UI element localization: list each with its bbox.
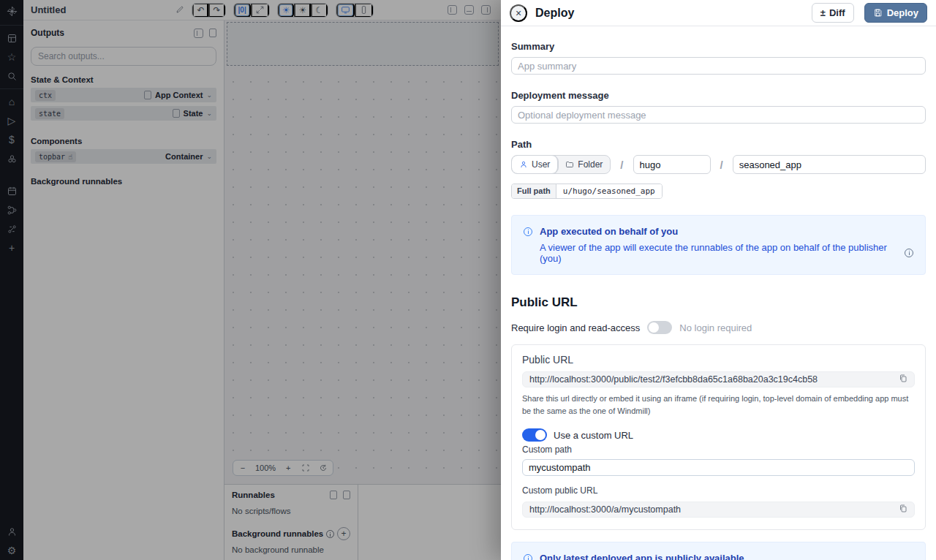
latest-deploy-infobox: Only latest deployed app is publicly ava… bbox=[511, 542, 926, 560]
public-url-field: http://localhost:3000/public/test2/f3efc… bbox=[522, 371, 915, 387]
summary-label: Summary bbox=[511, 41, 926, 52]
close-icon[interactable]: × bbox=[510, 4, 527, 22]
deployment-message-input[interactable] bbox=[511, 106, 926, 124]
custom-public-url-field: http://localhost:3000/a/mycustompath bbox=[522, 502, 915, 518]
folder-icon bbox=[565, 160, 574, 169]
full-path-badge: Full path u/hugo/seasoned_app bbox=[511, 183, 663, 199]
deployment-message-label: Deployment message bbox=[511, 90, 926, 101]
public-url-heading: Public URL bbox=[511, 295, 926, 310]
custom-public-url-label: Custom public URL bbox=[522, 485, 915, 496]
require-login-label: Require login and read-access bbox=[511, 322, 640, 333]
path-separator: / bbox=[720, 159, 723, 171]
drawer-title: Deploy bbox=[535, 7, 574, 20]
user-icon bbox=[519, 160, 528, 169]
plus-minus-icon: ± bbox=[820, 7, 826, 18]
full-path-value: u/hugo/seasoned_app bbox=[556, 184, 662, 198]
deploy-drawer: × Deploy ±Diff Deploy Summary Deployment… bbox=[501, 0, 936, 560]
custom-url-toggle[interactable] bbox=[522, 428, 547, 442]
custom-path-label: Custom path bbox=[522, 444, 915, 455]
share-hint-text: Share this url directly or embed it usin… bbox=[522, 393, 915, 417]
custom-url-toggle-label: Use a custom URL bbox=[554, 430, 633, 441]
custom-public-url-value: http://localhost:3000/a/mycustompath bbox=[529, 504, 899, 515]
public-url-value: http://localhost:3000/public/test2/f3efc… bbox=[529, 374, 899, 385]
custom-path-input[interactable] bbox=[522, 459, 915, 476]
public-url-label: Public URL bbox=[522, 354, 915, 366]
deploy-button[interactable]: Deploy bbox=[864, 3, 927, 23]
drawer-backdrop[interactable] bbox=[0, 0, 501, 560]
app-window: ☆ ⌂ ▷ $ + ⚙ Untitled bbox=[0, 0, 936, 560]
summary-input[interactable] bbox=[511, 57, 926, 75]
executed-on-behalf-infobox: App executed on behalf of you A viewer o… bbox=[511, 215, 926, 275]
path-owner-input[interactable] bbox=[633, 155, 711, 174]
full-path-label: Full path bbox=[512, 184, 556, 198]
owner-kind-folder[interactable]: Folder bbox=[558, 156, 610, 173]
copy-icon[interactable] bbox=[899, 504, 907, 515]
infobox-title: App executed on behalf of you bbox=[540, 226, 913, 237]
path-label: Path bbox=[511, 139, 926, 150]
deploy-drawer-header: × Deploy ±Diff Deploy bbox=[501, 0, 936, 26]
copy-icon[interactable] bbox=[899, 374, 907, 385]
info-icon[interactable] bbox=[905, 249, 913, 257]
require-login-toggle[interactable] bbox=[647, 321, 672, 334]
diff-button[interactable]: ±Diff bbox=[812, 3, 854, 23]
owner-kind-user[interactable]: User bbox=[512, 156, 558, 173]
infobox-body: A viewer of the app will execute the run… bbox=[540, 242, 900, 264]
path-name-input[interactable] bbox=[733, 155, 926, 174]
info-icon bbox=[524, 554, 532, 560]
infobox-title: Only latest deployed app is publicly ava… bbox=[540, 553, 833, 560]
owner-kind-toggle: User Folder bbox=[511, 155, 611, 174]
path-separator: / bbox=[620, 159, 623, 171]
require-login-state: No login required bbox=[679, 322, 752, 333]
info-icon bbox=[524, 227, 532, 236]
save-icon bbox=[873, 8, 883, 18]
public-url-card: Public URL http://localhost:3000/public/… bbox=[511, 344, 926, 530]
